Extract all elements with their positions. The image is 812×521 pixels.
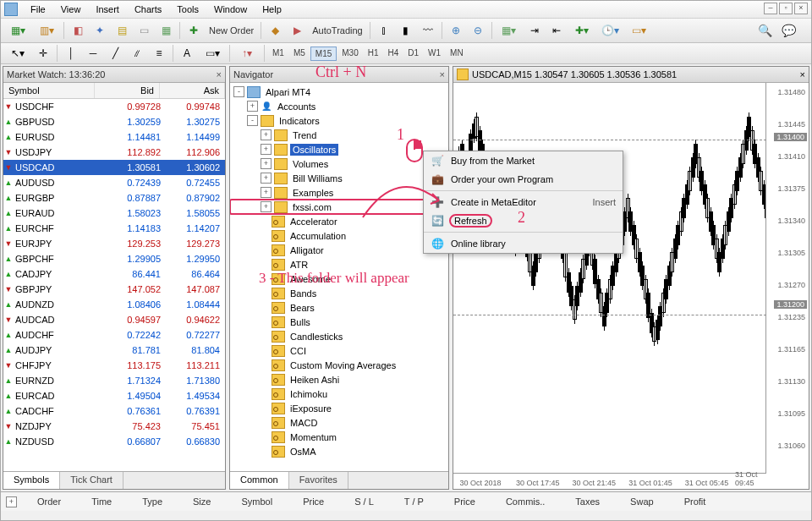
- chart-close[interactable]: ×: [800, 69, 805, 80]
- channel-button[interactable]: ⫽: [127, 43, 147, 63]
- zoom-out-button[interactable]: ⊖: [468, 20, 488, 41]
- timeframe-mn[interactable]: MN: [446, 47, 468, 61]
- tree-node[interactable]: Accelerator: [230, 214, 448, 228]
- periodicity-button[interactable]: 🕒▾: [597, 20, 624, 41]
- text-button[interactable]: A: [177, 43, 197, 63]
- mql-community-icon[interactable]: 💬: [782, 24, 796, 37]
- timeframe-m15[interactable]: M15: [310, 47, 337, 61]
- tree-node[interactable]: OsMA: [230, 444, 448, 458]
- symbol-row-eurnzd[interactable]: ▲EURNZD1.713241.71380: [3, 373, 225, 388]
- text-label-button[interactable]: ▭▾: [199, 43, 226, 63]
- ctx-online-library[interactable]: 🌐Online library: [424, 234, 623, 253]
- market-watch-close[interactable]: ×: [217, 69, 222, 80]
- symbol-row-gbpjpy[interactable]: ▼GBPJPY147.052147.087: [3, 282, 225, 297]
- tree-node[interactable]: Candlesticks: [230, 329, 448, 343]
- vertical-line-button[interactable]: │: [61, 43, 81, 63]
- data-window-toggle[interactable]: ▤: [112, 20, 132, 41]
- terminal-col[interactable]: Commis..: [491, 496, 560, 507]
- terminal-col[interactable]: T / P: [389, 496, 439, 507]
- symbol-row-nzdusd[interactable]: ▲NZDUSD0.668070.66830: [3, 434, 225, 449]
- fibo-button[interactable]: ≡: [149, 43, 169, 63]
- menu-view[interactable]: View: [53, 3, 89, 16]
- timeframe-m1[interactable]: M1: [268, 47, 288, 61]
- symbol-row-gbpusd[interactable]: ▲GBPUSD1.302591.30275: [3, 114, 225, 129]
- profiles-button[interactable]: ▥▾: [33, 20, 60, 41]
- timeframe-d1[interactable]: D1: [403, 47, 423, 61]
- ctx-create-in-metaeditor[interactable]: ➕Create in MetaEditorInsert: [424, 193, 623, 211]
- tree-node[interactable]: +👤Accounts: [230, 99, 448, 113]
- terminal-col[interactable]: Price: [439, 496, 491, 507]
- restore-button[interactable]: ▫: [779, 3, 793, 14]
- symbol-row-eurgbp[interactable]: ▲EURGBP0.878870.87902: [3, 190, 225, 206]
- chart-shift-button[interactable]: ⇤: [546, 20, 567, 41]
- tree-node[interactable]: Alligator: [230, 243, 448, 257]
- timeframe-m30[interactable]: M30: [337, 47, 362, 61]
- col-ask[interactable]: Ask: [160, 83, 225, 98]
- tree-node[interactable]: Accumulation: [230, 228, 448, 243]
- ctx-refresh[interactable]: 🔄Refresh: [424, 211, 623, 230]
- search-icon[interactable]: 🔍: [758, 24, 772, 37]
- symbol-row-gbpchf[interactable]: ▲GBPCHF1.299051.29950: [3, 251, 225, 266]
- candle-chart-button[interactable]: ▮: [396, 20, 416, 41]
- strategy-tester-toggle[interactable]: ▦: [156, 20, 176, 41]
- tree-node[interactable]: ATR: [230, 257, 448, 271]
- market-watch-toggle[interactable]: ◧: [68, 20, 88, 41]
- tab-tick-chart[interactable]: Tick Chart: [60, 472, 123, 489]
- symbol-row-usdcad[interactable]: ▼USDCAD1.305811.30602: [3, 160, 225, 175]
- symbol-row-audjpy[interactable]: ▲AUDJPY81.78181.804: [3, 343, 225, 358]
- tree-node[interactable]: +Oscillators: [230, 142, 448, 156]
- symbol-row-eurusd[interactable]: ▲EURUSD1.144811.14499: [3, 129, 225, 145]
- timeframe-h1[interactable]: H1: [364, 47, 383, 61]
- symbol-row-usdjpy[interactable]: ▼USDJPY112.892112.906: [3, 145, 225, 160]
- tree-node[interactable]: MACD: [230, 415, 448, 430]
- tab-favorites[interactable]: Favorites: [289, 472, 348, 489]
- autotrading-icon[interactable]: ▶: [287, 20, 307, 41]
- zoom-in-button[interactable]: ⊕: [446, 20, 466, 41]
- symbol-row-nzdjpy[interactable]: ▼NZDJPY75.42375.451: [3, 419, 225, 434]
- navigator-close[interactable]: ×: [440, 69, 445, 80]
- crosshair-button[interactable]: ✛: [33, 43, 53, 63]
- tree-node[interactable]: +Examples: [230, 185, 448, 200]
- terminal-col[interactable]: Price: [288, 496, 339, 507]
- symbol-row-eurcad[interactable]: ▲EURCAD1.495041.49534: [3, 388, 225, 403]
- menu-insert[interactable]: Insert: [88, 3, 127, 16]
- tree-node[interactable]: Awesome: [230, 271, 448, 286]
- menu-window[interactable]: Window: [206, 3, 255, 16]
- timeframe-h4[interactable]: H4: [384, 47, 403, 61]
- ctx-order-your-own-program[interactable]: 💼Order your own Program: [424, 170, 623, 189]
- terminal-col[interactable]: Type: [127, 496, 178, 507]
- arrows-button[interactable]: ↑▾: [233, 43, 261, 63]
- symbol-row-eurjpy[interactable]: ▼EURJPY129.253129.273: [3, 236, 225, 251]
- symbol-row-audchf[interactable]: ▲AUDCHF0.722420.72277: [3, 327, 225, 343]
- expand-button[interactable]: +: [6, 496, 17, 507]
- menu-charts[interactable]: Charts: [127, 3, 169, 16]
- close-button[interactable]: ×: [794, 3, 808, 14]
- symbol-row-cadjpy[interactable]: ▲CADJPY86.44186.464: [3, 266, 225, 282]
- bar-chart-button[interactable]: ⫿: [374, 20, 394, 41]
- terminal-col[interactable]: Size: [178, 496, 226, 507]
- symbol-row-cadchf[interactable]: ▲CADCHF0.763610.76391: [3, 403, 225, 419]
- indicators-button[interactable]: ✚▾: [568, 20, 595, 41]
- symbol-row-eurchf[interactable]: ▲EURCHF1.141831.14207: [3, 221, 225, 236]
- terminal-col[interactable]: Taxes: [560, 496, 615, 507]
- tree-node[interactable]: -Indicators: [230, 113, 448, 128]
- symbol-row-euraud[interactable]: ▲EURAUD1.580231.58055: [3, 206, 225, 221]
- menu-help[interactable]: Help: [255, 3, 289, 16]
- tab-symbols[interactable]: Symbols: [3, 472, 60, 489]
- trendline-button[interactable]: ╱: [105, 43, 125, 63]
- symbol-row-audusd[interactable]: ▲AUDUSD0.724390.72455: [3, 175, 225, 190]
- symbol-row-audnzd[interactable]: ▲AUDNZD1.084061.08444: [3, 297, 225, 312]
- timeframe-w1[interactable]: W1: [424, 47, 445, 61]
- tree-node[interactable]: Ichimoku: [230, 387, 448, 401]
- tree-node[interactable]: Custom Moving Averages: [230, 358, 448, 372]
- terminal-col[interactable]: Profit: [669, 496, 721, 507]
- tree-node[interactable]: Bulls: [230, 315, 448, 329]
- col-bid[interactable]: Bid: [95, 83, 160, 98]
- tab-common[interactable]: Common: [230, 472, 289, 489]
- timeframe-m5[interactable]: M5: [289, 47, 310, 61]
- new-order-label[interactable]: New Order: [206, 25, 257, 36]
- symbol-row-usdchf[interactable]: ▼USDCHF0.997280.99748: [3, 99, 225, 114]
- horizontal-line-button[interactable]: ─: [83, 43, 103, 63]
- tree-node[interactable]: Momentum: [230, 430, 448, 444]
- tree-node[interactable]: -Alpari MT4: [230, 85, 448, 99]
